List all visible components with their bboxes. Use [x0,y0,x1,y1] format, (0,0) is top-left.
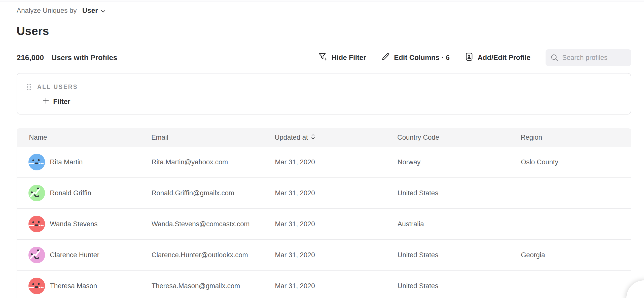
avatar [28,278,45,294]
user-name: Ronald Griffin [50,189,91,197]
analyze-by-row: Analyze Uniques by User [17,7,105,15]
user-email: Theresa.Mason@gmailx.com [152,282,275,290]
column-header-updated-at[interactable]: Updated at [275,133,397,142]
user-name: Theresa Mason [50,282,97,290]
top-divider [0,0,644,2]
user-updated-at: Mar 31, 2020 [275,189,398,197]
user-name: Wanda Stevens [50,220,98,228]
table-row[interactable]: Ronald Griffin Ronald.Griffin@gmailx.com… [17,178,631,209]
user-name: Clarence Hunter [50,251,99,259]
user-updated-at: Mar 31, 2020 [275,282,398,290]
analyze-by-dropdown[interactable]: User [80,7,105,15]
add-filter-label: Filter [53,98,70,106]
add-filter-button[interactable]: Filter [43,98,70,106]
avatar [28,185,45,201]
sort-icon [311,133,315,142]
table-body: Rita Martin Rita.Martin@yahoox.com Mar 3… [17,147,631,298]
profile-count-label: Users with Profiles [51,54,117,62]
user-country: Australia [398,220,521,228]
column-header-email: Email [151,134,275,141]
table-row[interactable]: Rita Martin Rita.Martin@yahoox.com Mar 3… [17,147,631,178]
user-region: Oslo County [521,158,631,166]
search-profiles-box [546,49,631,66]
drag-handle-icon[interactable] [27,84,32,90]
column-header-region: Region [521,134,631,141]
avatar [28,247,45,263]
column-header-country-code: Country Code [397,134,521,141]
table-row[interactable]: Wanda Stevens Wanda.Stevens@comcastx.com… [17,209,631,240]
name-cell: Wanda Stevens [28,216,152,232]
analyze-by-label: Analyze Uniques by [17,7,77,15]
user-updated-at: Mar 31, 2020 [275,251,398,259]
plus-icon [43,98,49,106]
avatar [28,216,45,232]
analyze-by-value: User [82,7,98,15]
profile-count-value: 216,000 [17,53,44,62]
column-header-name: Name [29,134,151,141]
user-name: Rita Martin [50,158,83,166]
name-cell: Theresa Mason [28,278,152,294]
toolbar: Hide Filter Edit Columns · 6 Add/Edit Pr… [318,49,631,66]
name-cell: Rita Martin [28,154,152,170]
edit-columns-label: Edit Columns · 6 [394,54,450,62]
avatar [28,154,45,170]
table-row[interactable]: Theresa Mason Theresa.Mason@gmailx.com M… [17,271,631,298]
table-header: Name Email Updated at Country Code Regio… [17,128,631,147]
search-profiles-input[interactable] [546,49,631,66]
user-email: Ronald.Griffin@gmailx.com [152,189,275,197]
users-table: Name Email Updated at Country Code Regio… [17,128,631,298]
filter-panel: ALL USERS Filter [17,73,631,115]
user-country: Norway [398,158,521,166]
page-title: Users [17,24,49,38]
user-email: Wanda.Stevens@comcastx.com [152,220,275,228]
add-edit-profile-button[interactable]: Add/Edit Profile [465,52,530,63]
name-cell: Ronald Griffin [28,185,152,201]
funnel-plus-icon [318,52,328,63]
user-email: Clarence.Hunter@outlookx.com [152,251,275,259]
profile-card-icon [465,52,474,63]
user-country: United States [398,282,521,290]
edit-columns-button[interactable]: Edit Columns · 6 [381,52,450,63]
name-cell: Clarence Hunter [28,247,152,263]
user-country: United States [398,189,521,197]
add-edit-profile-label: Add/Edit Profile [478,54,530,62]
stats-toolbar-row: 216,000 Users with Profiles Hide Filter … [17,49,631,66]
user-updated-at: Mar 31, 2020 [275,158,398,166]
filter-scope-row: ALL USERS [27,84,78,90]
filter-scope-label: ALL USERS [37,84,78,90]
hide-filter-label: Hide Filter [332,54,366,62]
user-email: Rita.Martin@yahoox.com [152,158,275,166]
user-region: Georgia [521,251,631,259]
user-updated-at: Mar 31, 2020 [275,220,398,228]
hide-filter-button[interactable]: Hide Filter [318,52,366,63]
users-page: Analyze Uniques by User Users 216,000 Us… [0,0,644,298]
user-country: United States [398,251,521,259]
profile-count: 216,000 Users with Profiles [17,53,117,62]
table-row[interactable]: Clarence Hunter Clarence.Hunter@outlookx… [17,240,631,271]
chevron-down-icon [101,7,105,15]
pencil-icon [381,52,390,63]
